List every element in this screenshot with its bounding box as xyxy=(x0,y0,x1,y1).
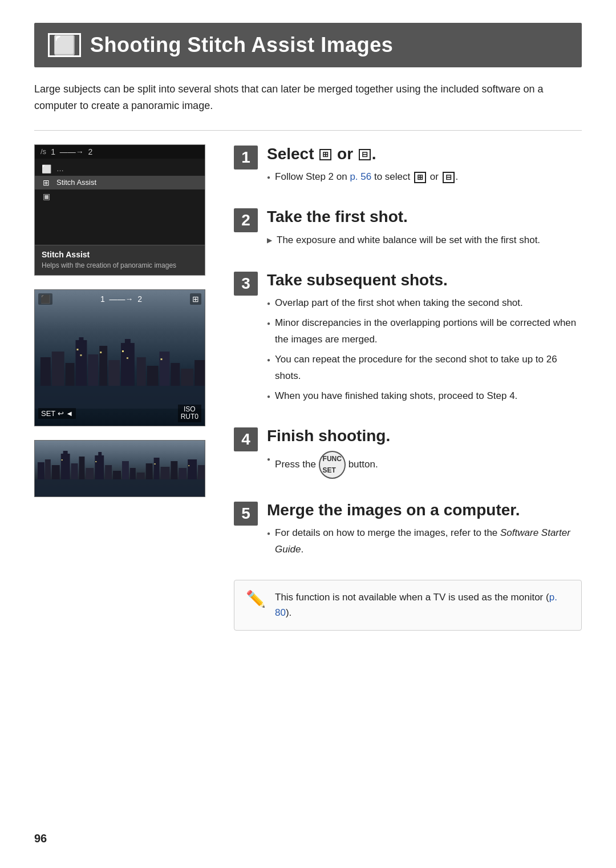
svg-rect-34 xyxy=(105,465,112,479)
panoramic-result-image xyxy=(34,440,205,497)
svg-rect-46 xyxy=(62,459,63,461)
iso-label: ISORUT0 xyxy=(178,405,201,422)
svg-rect-4 xyxy=(76,340,87,386)
svg-rect-19 xyxy=(100,352,102,353)
pano-skyline-svg xyxy=(35,451,205,496)
step-5-content: Merge the images on a computer. ● For de… xyxy=(267,500,582,562)
svg-rect-47 xyxy=(95,461,96,462)
step-1-link[interactable]: p. 56 xyxy=(350,171,371,182)
bullet-circle-3-4: ● xyxy=(267,391,270,401)
step-3-content: Take subsequent shots. ● Overlap part of… xyxy=(267,271,582,408)
step-4-bullet-text: Press the FUNCSET button. xyxy=(275,451,378,479)
step-1-title: Select ⊞ or ⊟. xyxy=(267,144,582,164)
svg-rect-13 xyxy=(160,352,170,386)
bullet-circle-5: ● xyxy=(267,528,270,538)
left-column: /s 1 ——→ 2 ⬜ … ⊞ Stitch Assist xyxy=(34,144,211,497)
step-3-bullet-3: ● You can repeat the procedure for the s… xyxy=(267,352,582,385)
step-1-bullet-text: Follow Step 2 on p. 56 to select ⊞ or ⊟. xyxy=(275,169,458,185)
intro-text: Large subjects can be split into several… xyxy=(34,81,582,114)
step-5-number: 5 xyxy=(234,502,258,526)
pano-city xyxy=(35,441,205,496)
step-1-body: ● Follow Step 2 on p. 56 to select ⊞ or … xyxy=(267,169,582,185)
svg-rect-43 xyxy=(179,468,187,479)
arrow-row: 1 ——→ 2 xyxy=(51,147,92,156)
bullet-circle-3-2: ● xyxy=(267,318,270,328)
step-3-body: ● Overlap part of the first shot when ta… xyxy=(267,295,582,404)
menu-items-area: ⬜ … ⊞ Stitch Assist ▣ xyxy=(35,159,205,245)
svg-rect-20 xyxy=(122,350,124,352)
svg-rect-36 xyxy=(122,461,129,479)
svg-rect-16 xyxy=(194,360,205,386)
divider xyxy=(34,130,582,131)
step-5-bullet-text: For details on how to merge the images, … xyxy=(275,525,582,558)
city-skyline-svg xyxy=(35,334,205,409)
svg-rect-32 xyxy=(95,455,104,479)
step-3-bullet-text-2: Minor discrepancies in the overlapping p… xyxy=(275,315,582,348)
stitch-icon-left: ⊞ xyxy=(319,149,331,160)
stitch-icon: ⬜ xyxy=(48,33,81,57)
svg-rect-33 xyxy=(98,452,102,458)
step-2-number: 2 xyxy=(234,208,258,232)
note-link[interactable]: p. 80 xyxy=(275,592,557,618)
svg-rect-26 xyxy=(52,465,60,479)
svg-rect-6 xyxy=(88,354,98,386)
stitch-mode-icon: ⊞ xyxy=(190,293,201,305)
stitch-menu-label: Stitch Assist xyxy=(56,178,96,187)
step-1-bullet-1: ● Follow Step 2 on p. 56 to select ⊞ or … xyxy=(267,169,582,185)
svg-rect-9 xyxy=(121,343,135,386)
svg-rect-45 xyxy=(198,465,205,479)
stitch-assist-title: Stitch Assist xyxy=(42,250,198,259)
svg-rect-15 xyxy=(181,369,193,386)
step-2-block: 2 Take the first shot. ▶ The exposure an… xyxy=(234,207,582,252)
step-4-bullet-1: ● Press the FUNCSET button. xyxy=(267,451,582,479)
step-3-bullet-text-1: Overlap part of the first shot when taki… xyxy=(275,295,523,312)
svg-rect-30 xyxy=(79,457,84,479)
city-hud-top: ⬛ 1 ——→ 2 ⊞ xyxy=(38,293,201,305)
bullet-circle-3-1: ● xyxy=(267,298,270,308)
menu-label-1: … xyxy=(56,164,64,173)
camera-menu-image: /s 1 ——→ 2 ⬜ … ⊞ Stitch Assist xyxy=(34,144,205,276)
bullet-circle-3-3: ● xyxy=(267,355,270,365)
svg-rect-3 xyxy=(66,363,75,386)
menu-icon-3: ▣ xyxy=(40,192,52,201)
battery-icon: ⬛ xyxy=(38,293,52,305)
step-3-bullet-2: ● Minor discrepancies in the overlapping… xyxy=(267,315,582,348)
step-4-block: 4 Finish shooting. ● Press the FUNCSET b… xyxy=(234,426,582,482)
frame-counter: 1 ——→ 2 xyxy=(100,294,142,304)
page-number: 96 xyxy=(34,832,47,845)
step-1-block: 1 Select ⊞ or ⊟. ● Follow Step 2 on p. 5… xyxy=(234,144,582,189)
speed-label: /s xyxy=(40,147,46,156)
note-box: ✏️ This function is not available when a… xyxy=(234,580,582,630)
stitch-icon-ref-right: ⊟ xyxy=(443,172,455,183)
set-button-label: SET ↩ ◄ xyxy=(38,408,76,419)
svg-rect-23 xyxy=(35,479,205,496)
svg-rect-11 xyxy=(137,357,146,386)
step-4-number: 4 xyxy=(234,427,258,451)
bullet-triangle: ▶ xyxy=(267,235,272,246)
menu-icon-1: ⬜ xyxy=(40,164,52,173)
bullet-circle-4: ● xyxy=(267,454,270,464)
step-3-block: 3 Take subsequent shots. ● Overlap part … xyxy=(234,271,582,408)
svg-rect-38 xyxy=(137,473,145,479)
svg-rect-29 xyxy=(71,463,78,479)
step-2-bullet-1: ▶ The exposure and white balance will be… xyxy=(267,232,582,249)
camera-city-image: ⬛ 1 ——→ 2 ⊞ SET ↩ ◄ ISORUT0 xyxy=(34,289,205,426)
svg-rect-18 xyxy=(80,354,82,356)
stitch-assist-desc: Helps with the creation of panoramic ima… xyxy=(42,261,198,271)
city-hud-bottom: SET ↩ ◄ ISORUT0 xyxy=(38,405,201,422)
svg-rect-1 xyxy=(40,357,51,386)
func-set-button: FUNCSET xyxy=(319,451,346,479)
svg-rect-24 xyxy=(38,462,44,479)
stitch-menu-icon: ⊞ xyxy=(40,178,52,187)
step-2-body: ▶ The exposure and white balance will be… xyxy=(267,232,582,249)
svg-rect-14 xyxy=(171,363,180,386)
city-screen: ⬛ 1 ——→ 2 ⊞ SET ↩ ◄ ISORUT0 xyxy=(35,290,205,426)
svg-rect-37 xyxy=(130,468,136,479)
step-2-content: Take the first shot. ▶ The exposure and … xyxy=(267,207,582,252)
menu-item-1: ⬜ … xyxy=(35,162,205,176)
svg-rect-31 xyxy=(86,468,94,479)
stitch-icon-right: ⊟ xyxy=(359,149,371,160)
step-1-number: 1 xyxy=(234,146,258,169)
svg-rect-8 xyxy=(108,360,120,386)
step-3-bullet-text-3: You can repeat the procedure for the sec… xyxy=(275,352,582,385)
